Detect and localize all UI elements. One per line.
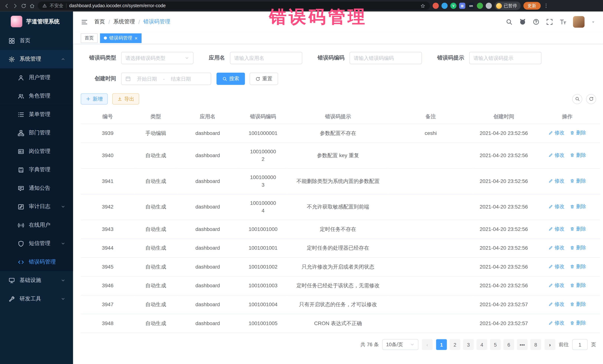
- browser-forward-icon[interactable]: [12, 3, 18, 9]
- error-type-select[interactable]: [121, 52, 194, 64]
- page-button-6[interactable]: 6: [503, 339, 514, 350]
- sidebar-item-online-users[interactable]: 在线用户: [0, 216, 73, 234]
- export-button[interactable]: 导出: [112, 93, 139, 105]
- column-header: 类型: [135, 110, 177, 124]
- delete-link[interactable]: 删除: [570, 282, 586, 289]
- search-button[interactable]: 搜索: [217, 73, 245, 85]
- delete-link[interactable]: 删除: [570, 129, 586, 137]
- sidebar-item-audit-log[interactable]: 审计日志: [0, 197, 73, 216]
- browser-reload-icon[interactable]: [21, 3, 26, 9]
- date-range-picker[interactable]: -: [121, 73, 211, 85]
- extension-green-check-icon[interactable]: V: [450, 3, 456, 9]
- page-ellipsis[interactable]: •••: [517, 339, 528, 350]
- page-button-8[interactable]: 8: [530, 339, 541, 350]
- delete-link[interactable]: 删除: [570, 225, 586, 233]
- font-size-icon[interactable]: [560, 18, 567, 25]
- browser-menu-icon[interactable]: [543, 3, 549, 9]
- extension-on-badge-icon[interactable]: on: [468, 3, 474, 9]
- page-button-2[interactable]: 2: [450, 339, 460, 350]
- avatar-caret-icon[interactable]: [591, 20, 595, 24]
- cell-remark: [388, 220, 473, 239]
- page-button-4[interactable]: 4: [476, 339, 487, 350]
- delete-link[interactable]: 删除: [570, 151, 586, 159]
- edit-link[interactable]: 修改: [548, 177, 565, 185]
- reset-button[interactable]: 重置: [250, 73, 278, 85]
- edit-link[interactable]: 修改: [548, 129, 565, 137]
- browser-back-icon[interactable]: [4, 3, 10, 9]
- column-header: 操作: [534, 110, 600, 124]
- page-button-5[interactable]: 5: [490, 339, 501, 350]
- breadcrumb-item[interactable]: 系统管理: [113, 18, 135, 25]
- tab-close-icon[interactable]: ×: [135, 36, 138, 41]
- error-hint-input[interactable]: [473, 55, 537, 61]
- edit-link[interactable]: 修改: [548, 225, 565, 233]
- add-button[interactable]: 新增: [81, 93, 108, 105]
- refresh-table-button[interactable]: [586, 94, 596, 104]
- tab-error-code-tab[interactable]: 错误码管理×: [100, 33, 141, 43]
- sidebar-item-system-management[interactable]: 系统管理: [0, 50, 73, 68]
- fullscreen-icon[interactable]: [546, 18, 553, 25]
- page-size-select[interactable]: 10条/页: [382, 339, 418, 350]
- delete-link[interactable]: 删除: [570, 177, 586, 185]
- browser-profile-chip[interactable]: 已暂停: [494, 1, 521, 10]
- browser-update-button[interactable]: 更新: [523, 2, 541, 10]
- header-search-icon[interactable]: [506, 18, 513, 25]
- sidebar-item-dept-management[interactable]: 部门管理: [0, 124, 73, 142]
- hamburger-icon[interactable]: [81, 18, 88, 25]
- page-button-1[interactable]: 1: [436, 339, 447, 350]
- bookmark-star-icon[interactable]: [420, 3, 425, 8]
- goto-page-input[interactable]: [572, 339, 588, 350]
- tab-home-tab[interactable]: 首页: [81, 33, 98, 43]
- delete-link[interactable]: 删除: [570, 244, 586, 252]
- start-date-input[interactable]: [133, 76, 161, 82]
- github-icon[interactable]: [519, 18, 526, 25]
- sidebar-item-infrastructure[interactable]: 基础设施: [0, 271, 73, 289]
- end-date-input[interactable]: [167, 76, 195, 82]
- cell-type: 自动生成: [135, 258, 177, 276]
- sidebar-item-dev-tools[interactable]: 研发工具: [0, 290, 73, 308]
- sidebar-item-user-management[interactable]: 用户管理: [0, 68, 73, 87]
- prev-page-button[interactable]: ‹: [422, 339, 433, 350]
- extension-green-icon[interactable]: [477, 3, 483, 9]
- page-button-3[interactable]: 3: [463, 339, 474, 350]
- sidebar-item-notice[interactable]: 通知公告: [0, 179, 73, 197]
- sidebar-item-post-management[interactable]: 岗位管理: [0, 142, 73, 161]
- edit-link[interactable]: 修改: [548, 203, 565, 210]
- edit-link[interactable]: 修改: [548, 319, 565, 327]
- sidebar-item-menu-management[interactable]: 菜单管理: [0, 105, 73, 124]
- sidebar-item-error-code-management[interactable]: 错误码管理: [0, 253, 73, 271]
- cell-id: 3946: [81, 276, 135, 295]
- extension-blue-icon[interactable]: [441, 3, 448, 9]
- gear-icon: [9, 56, 15, 62]
- cell-code: 1001000002: [238, 143, 288, 168]
- error-type-select-input[interactable]: [126, 55, 182, 61]
- delete-link[interactable]: 删除: [570, 300, 586, 308]
- edit-link[interactable]: 修改: [548, 244, 565, 252]
- error-code-input[interactable]: [354, 55, 418, 61]
- sidebar-item-role-management[interactable]: 角色管理: [0, 87, 73, 105]
- edit-link[interactable]: 修改: [548, 263, 565, 270]
- browser-home-icon[interactable]: [29, 3, 35, 9]
- url-bar[interactable]: 不安全 dashboard.yudao.iocoder.cn/system/er…: [38, 1, 430, 10]
- extension-red-icon[interactable]: [433, 3, 439, 9]
- delete-icon: [570, 153, 575, 157]
- edit-link[interactable]: 修改: [548, 300, 565, 308]
- sidebar-item-dict-management[interactable]: 字典管理: [0, 161, 73, 179]
- delete-link[interactable]: 删除: [570, 203, 586, 210]
- delete-link[interactable]: 删除: [570, 263, 586, 270]
- edit-link[interactable]: 修改: [548, 151, 565, 159]
- show-search-button[interactable]: [572, 94, 582, 104]
- sidebar-item-sms-management[interactable]: 短信管理: [0, 234, 73, 253]
- app-name-input[interactable]: [234, 55, 298, 61]
- sidebar-item-home[interactable]: 首页: [0, 32, 73, 50]
- extension-grid-icon[interactable]: ▦: [459, 3, 465, 9]
- sidebar-logo[interactable]: 芋道管理系统: [0, 11, 73, 32]
- next-page-button[interactable]: ›: [545, 339, 555, 350]
- tabs-bar: 首页错误码管理×: [73, 32, 603, 44]
- extension-puzzle-icon[interactable]: [486, 3, 492, 9]
- breadcrumb-item[interactable]: 首页: [94, 18, 105, 25]
- edit-link[interactable]: 修改: [548, 282, 565, 289]
- user-avatar[interactable]: [573, 16, 584, 28]
- help-icon[interactable]: [533, 18, 540, 25]
- delete-link[interactable]: 删除: [570, 319, 586, 327]
